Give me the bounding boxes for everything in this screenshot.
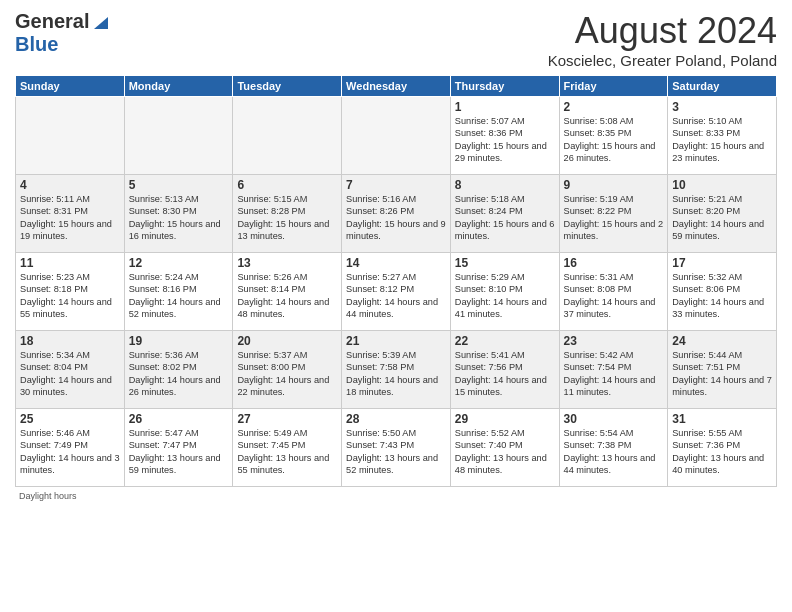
header-saturday: Saturday bbox=[668, 76, 777, 97]
calendar-cell: 19Sunrise: 5:36 AMSunset: 8:02 PMDayligh… bbox=[124, 331, 233, 409]
day-number: 19 bbox=[129, 334, 229, 348]
location-subtitle: Koscielec, Greater Poland, Poland bbox=[548, 52, 777, 69]
day-number: 1 bbox=[455, 100, 555, 114]
day-number: 10 bbox=[672, 178, 772, 192]
day-number: 2 bbox=[564, 100, 664, 114]
day-info: Sunrise: 5:26 AMSunset: 8:14 PMDaylight:… bbox=[237, 271, 337, 321]
calendar-table: Sunday Monday Tuesday Wednesday Thursday… bbox=[15, 75, 777, 487]
day-info: Sunrise: 5:52 AMSunset: 7:40 PMDaylight:… bbox=[455, 427, 555, 477]
calendar-cell: 15Sunrise: 5:29 AMSunset: 8:10 PMDayligh… bbox=[450, 253, 559, 331]
calendar-cell bbox=[233, 97, 342, 175]
day-number: 12 bbox=[129, 256, 229, 270]
footer: Daylight hours bbox=[15, 491, 777, 501]
day-header-row: Sunday Monday Tuesday Wednesday Thursday… bbox=[16, 76, 777, 97]
header-thursday: Thursday bbox=[450, 76, 559, 97]
logo-icon bbox=[90, 13, 108, 31]
day-info: Sunrise: 5:11 AMSunset: 8:31 PMDaylight:… bbox=[20, 193, 120, 243]
svg-marker-0 bbox=[94, 17, 108, 29]
day-info: Sunrise: 5:29 AMSunset: 8:10 PMDaylight:… bbox=[455, 271, 555, 321]
day-number: 20 bbox=[237, 334, 337, 348]
calendar-cell: 5Sunrise: 5:13 AMSunset: 8:30 PMDaylight… bbox=[124, 175, 233, 253]
calendar-cell: 1Sunrise: 5:07 AMSunset: 8:36 PMDaylight… bbox=[450, 97, 559, 175]
day-number: 30 bbox=[564, 412, 664, 426]
calendar-cell: 26Sunrise: 5:47 AMSunset: 7:47 PMDayligh… bbox=[124, 409, 233, 487]
calendar-cell: 27Sunrise: 5:49 AMSunset: 7:45 PMDayligh… bbox=[233, 409, 342, 487]
day-number: 13 bbox=[237, 256, 337, 270]
header-tuesday: Tuesday bbox=[233, 76, 342, 97]
calendar-cell: 22Sunrise: 5:41 AMSunset: 7:56 PMDayligh… bbox=[450, 331, 559, 409]
calendar-week-row: 25Sunrise: 5:46 AMSunset: 7:49 PMDayligh… bbox=[16, 409, 777, 487]
calendar-cell bbox=[124, 97, 233, 175]
day-info: Sunrise: 5:13 AMSunset: 8:30 PMDaylight:… bbox=[129, 193, 229, 243]
calendar-cell: 17Sunrise: 5:32 AMSunset: 8:06 PMDayligh… bbox=[668, 253, 777, 331]
calendar-cell bbox=[342, 97, 451, 175]
calendar-cell: 16Sunrise: 5:31 AMSunset: 8:08 PMDayligh… bbox=[559, 253, 668, 331]
day-info: Sunrise: 5:16 AMSunset: 8:26 PMDaylight:… bbox=[346, 193, 446, 243]
day-info: Sunrise: 5:55 AMSunset: 7:36 PMDaylight:… bbox=[672, 427, 772, 477]
day-info: Sunrise: 5:44 AMSunset: 7:51 PMDaylight:… bbox=[672, 349, 772, 399]
logo-blue: Blue bbox=[15, 33, 58, 55]
day-info: Sunrise: 5:46 AMSunset: 7:49 PMDaylight:… bbox=[20, 427, 120, 477]
day-info: Sunrise: 5:49 AMSunset: 7:45 PMDaylight:… bbox=[237, 427, 337, 477]
day-info: Sunrise: 5:32 AMSunset: 8:06 PMDaylight:… bbox=[672, 271, 772, 321]
day-number: 15 bbox=[455, 256, 555, 270]
day-number: 4 bbox=[20, 178, 120, 192]
day-info: Sunrise: 5:37 AMSunset: 8:00 PMDaylight:… bbox=[237, 349, 337, 399]
calendar-cell: 9Sunrise: 5:19 AMSunset: 8:22 PMDaylight… bbox=[559, 175, 668, 253]
calendar-week-row: 18Sunrise: 5:34 AMSunset: 8:04 PMDayligh… bbox=[16, 331, 777, 409]
day-number: 17 bbox=[672, 256, 772, 270]
day-number: 5 bbox=[129, 178, 229, 192]
header-sunday: Sunday bbox=[16, 76, 125, 97]
calendar-week-row: 4Sunrise: 5:11 AMSunset: 8:31 PMDaylight… bbox=[16, 175, 777, 253]
daylight-label: Daylight hours bbox=[19, 491, 77, 501]
day-info: Sunrise: 5:15 AMSunset: 8:28 PMDaylight:… bbox=[237, 193, 337, 243]
day-info: Sunrise: 5:08 AMSunset: 8:35 PMDaylight:… bbox=[564, 115, 664, 165]
day-info: Sunrise: 5:23 AMSunset: 8:18 PMDaylight:… bbox=[20, 271, 120, 321]
day-number: 31 bbox=[672, 412, 772, 426]
calendar-cell: 31Sunrise: 5:55 AMSunset: 7:36 PMDayligh… bbox=[668, 409, 777, 487]
day-info: Sunrise: 5:50 AMSunset: 7:43 PMDaylight:… bbox=[346, 427, 446, 477]
calendar-cell: 25Sunrise: 5:46 AMSunset: 7:49 PMDayligh… bbox=[16, 409, 125, 487]
day-number: 18 bbox=[20, 334, 120, 348]
logo: General Blue bbox=[15, 10, 108, 56]
calendar-cell: 18Sunrise: 5:34 AMSunset: 8:04 PMDayligh… bbox=[16, 331, 125, 409]
logo-general: General bbox=[15, 10, 89, 33]
day-info: Sunrise: 5:19 AMSunset: 8:22 PMDaylight:… bbox=[564, 193, 664, 243]
calendar-cell: 7Sunrise: 5:16 AMSunset: 8:26 PMDaylight… bbox=[342, 175, 451, 253]
day-info: Sunrise: 5:18 AMSunset: 8:24 PMDaylight:… bbox=[455, 193, 555, 243]
day-number: 23 bbox=[564, 334, 664, 348]
calendar-week-row: 11Sunrise: 5:23 AMSunset: 8:18 PMDayligh… bbox=[16, 253, 777, 331]
day-info: Sunrise: 5:34 AMSunset: 8:04 PMDaylight:… bbox=[20, 349, 120, 399]
day-number: 8 bbox=[455, 178, 555, 192]
title-area: August 2024 Koscielec, Greater Poland, P… bbox=[548, 10, 777, 69]
day-info: Sunrise: 5:24 AMSunset: 8:16 PMDaylight:… bbox=[129, 271, 229, 321]
calendar-cell: 6Sunrise: 5:15 AMSunset: 8:28 PMDaylight… bbox=[233, 175, 342, 253]
day-number: 21 bbox=[346, 334, 446, 348]
day-info: Sunrise: 5:42 AMSunset: 7:54 PMDaylight:… bbox=[564, 349, 664, 399]
calendar-cell: 21Sunrise: 5:39 AMSunset: 7:58 PMDayligh… bbox=[342, 331, 451, 409]
day-number: 28 bbox=[346, 412, 446, 426]
day-number: 14 bbox=[346, 256, 446, 270]
calendar-cell: 30Sunrise: 5:54 AMSunset: 7:38 PMDayligh… bbox=[559, 409, 668, 487]
calendar-cell: 4Sunrise: 5:11 AMSunset: 8:31 PMDaylight… bbox=[16, 175, 125, 253]
day-info: Sunrise: 5:54 AMSunset: 7:38 PMDaylight:… bbox=[564, 427, 664, 477]
header-friday: Friday bbox=[559, 76, 668, 97]
day-number: 9 bbox=[564, 178, 664, 192]
day-number: 27 bbox=[237, 412, 337, 426]
calendar-cell: 28Sunrise: 5:50 AMSunset: 7:43 PMDayligh… bbox=[342, 409, 451, 487]
day-number: 7 bbox=[346, 178, 446, 192]
calendar-cell: 24Sunrise: 5:44 AMSunset: 7:51 PMDayligh… bbox=[668, 331, 777, 409]
page-container: General Blue August 2024 Koscielec, Grea… bbox=[0, 0, 792, 506]
calendar-week-row: 1Sunrise: 5:07 AMSunset: 8:36 PMDaylight… bbox=[16, 97, 777, 175]
day-number: 16 bbox=[564, 256, 664, 270]
day-number: 11 bbox=[20, 256, 120, 270]
day-info: Sunrise: 5:31 AMSunset: 8:08 PMDaylight:… bbox=[564, 271, 664, 321]
month-year-title: August 2024 bbox=[548, 10, 777, 52]
day-info: Sunrise: 5:27 AMSunset: 8:12 PMDaylight:… bbox=[346, 271, 446, 321]
header-wednesday: Wednesday bbox=[342, 76, 451, 97]
calendar-cell: 10Sunrise: 5:21 AMSunset: 8:20 PMDayligh… bbox=[668, 175, 777, 253]
day-number: 3 bbox=[672, 100, 772, 114]
calendar-cell: 2Sunrise: 5:08 AMSunset: 8:35 PMDaylight… bbox=[559, 97, 668, 175]
day-number: 24 bbox=[672, 334, 772, 348]
day-info: Sunrise: 5:07 AMSunset: 8:36 PMDaylight:… bbox=[455, 115, 555, 165]
